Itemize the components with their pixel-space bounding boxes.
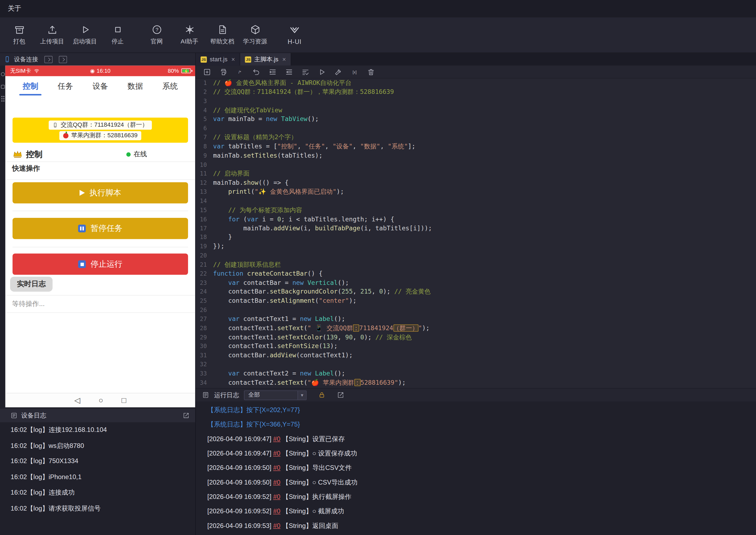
code-line[interactable]: 12mainTab.show(() => { bbox=[196, 179, 756, 187]
bracket-x-icon[interactable]: [x] bbox=[350, 68, 359, 76]
code-line[interactable]: 13 printl("✨ 金黄色风格界面已启动"); bbox=[196, 187, 756, 196]
code-editor[interactable]: 1// 🍎 金黄色风格主界面 - AIWROK自动化平台2// 交流QQ群：71… bbox=[196, 79, 756, 388]
code-line[interactable]: 23 var contactBar = new Vertical(); bbox=[196, 278, 756, 287]
phone-tab-设备[interactable]: 设备 bbox=[93, 76, 108, 97]
code-line[interactable]: 21// 创建顶部联系信息栏 bbox=[196, 260, 756, 269]
divider bbox=[5, 161, 195, 162]
phone-mirror[interactable]: 无SIM卡 ◉ 16:10 80% 控制任务设备数据系统 bbox=[5, 66, 195, 393]
toolbar-stop-button[interactable]: 停止 bbox=[101, 17, 134, 53]
code-line[interactable]: 18 } bbox=[196, 233, 756, 242]
code-line[interactable]: 25 contactBar.setAlignment("center"); bbox=[196, 296, 756, 305]
line-number: 1 bbox=[196, 79, 213, 88]
strip-panel-icon[interactable] bbox=[1, 85, 5, 89]
code-line[interactable]: 31 contactBar.addView(contactText1); bbox=[196, 351, 756, 360]
code-line[interactable]: 20 bbox=[196, 251, 756, 260]
run-icon[interactable] bbox=[318, 68, 326, 76]
code-line[interactable]: 33 var contactText2 = new Label(); bbox=[196, 369, 756, 378]
code-line[interactable]: 1// 🍎 金黄色风格主界面 - AIWROK自动化平台 bbox=[196, 79, 756, 88]
scale-arrow-icon bbox=[61, 58, 65, 61]
home-circle-icon[interactable]: ○ bbox=[98, 396, 103, 404]
phone-pause-task-button[interactable]: 暂停任务 bbox=[13, 218, 188, 239]
toolbar-label: 停止 bbox=[112, 38, 124, 46]
code-line[interactable]: 10 bbox=[196, 160, 756, 169]
phone-tab-数据[interactable]: 数据 bbox=[127, 76, 143, 97]
menu-about[interactable]: 关于 bbox=[8, 4, 21, 13]
toolbar-ai-button[interactable]: AI助手 bbox=[173, 17, 206, 53]
line-number: 25 bbox=[196, 296, 213, 305]
expand-icon[interactable] bbox=[182, 412, 189, 419]
code-line-text: function createContactBar() { bbox=[213, 269, 756, 278]
line-number: 6 bbox=[196, 124, 213, 133]
code-line[interactable]: 32 bbox=[196, 360, 756, 369]
code-line[interactable]: 7// 设置标题（精简为2个字） bbox=[196, 133, 756, 142]
print-icon[interactable] bbox=[219, 68, 227, 76]
code-line-text: // 设置标题（精简为2个字） bbox=[213, 133, 756, 142]
apple-icon bbox=[63, 133, 69, 138]
undo-icon[interactable] bbox=[252, 68, 260, 76]
expand-icon[interactable] bbox=[337, 391, 344, 399]
mirror-scale-button-2[interactable] bbox=[59, 56, 67, 63]
toolbar-resources-button[interactable]: 学习资源 bbox=[239, 17, 272, 53]
outdent-icon[interactable] bbox=[285, 68, 293, 76]
code-line[interactable]: 19}); bbox=[196, 242, 756, 251]
phone-stop-running-button[interactable]: 停止运行 bbox=[13, 254, 188, 275]
run-log-entry: 【系统日志】按下{X=366,Y=75} bbox=[207, 417, 756, 432]
recent-square-icon[interactable]: □ bbox=[122, 396, 126, 404]
back-triangle-icon[interactable]: ◁ bbox=[74, 396, 80, 404]
strip-refresh-icon[interactable] bbox=[1, 72, 5, 76]
code-line[interactable]: 17 mainTab.addView(i, buildTabPage(i, ta… bbox=[196, 224, 756, 233]
trash-icon[interactable] bbox=[367, 68, 375, 76]
code-line[interactable]: 16 for (var i = 0; i < tabTitles.length;… bbox=[196, 215, 756, 224]
phone-tab-控制[interactable]: 控制 bbox=[23, 76, 38, 97]
charging-bolt-icon bbox=[184, 68, 189, 74]
log-filter-select[interactable]: 全部 ▼ bbox=[244, 390, 307, 400]
toolbar-upload-button[interactable]: 上传项目 bbox=[36, 17, 69, 53]
phone-tab-系统[interactable]: 系统 bbox=[162, 76, 178, 97]
code-line[interactable]: 11// 启动界面 bbox=[196, 169, 756, 178]
code-line-text: // 🍎 金黄色风格主界面 - AIWROK自动化平台 bbox=[213, 79, 756, 88]
code-line[interactable]: 3 bbox=[196, 97, 756, 106]
live-log-title[interactable]: 实时日志 bbox=[10, 277, 52, 292]
code-line[interactable]: 8var tabTitles = ["控制", "任务", "设备", "数据"… bbox=[196, 142, 756, 151]
code-line-text bbox=[213, 160, 756, 169]
code-line[interactable]: 14 bbox=[196, 197, 756, 206]
indent-icon[interactable] bbox=[269, 68, 277, 76]
device-panel: 设备连接 无SIM卡 ◉ 16:10 80% bbox=[0, 53, 195, 535]
code-line[interactable]: 22function createContactBar() { bbox=[196, 269, 756, 278]
contact-banner: 交流QQ群：711841924（群一） 苹果内测群：528816639 bbox=[13, 118, 188, 143]
phone-tab-任务[interactable]: 任务 bbox=[58, 76, 73, 97]
phone-run-script-button[interactable]: 执行脚本 bbox=[13, 182, 188, 204]
toolbar-play-button[interactable]: 启动项目 bbox=[69, 17, 101, 53]
strip-grid-icon[interactable] bbox=[1, 96, 5, 102]
code-line[interactable]: 6 bbox=[196, 124, 756, 133]
block-comment-icon[interactable]: /* bbox=[236, 68, 244, 76]
toolbar-package-button[interactable]: 打包 bbox=[3, 17, 36, 53]
code-line[interactable]: 2// 交流QQ群：711841924（群一），苹果内测群：528816639 bbox=[196, 88, 756, 97]
add-icon[interactable] bbox=[203, 68, 211, 76]
mirror-scale-button-1[interactable] bbox=[44, 56, 52, 63]
code-line[interactable]: 5var mainTab = new TabView(); bbox=[196, 115, 756, 124]
build-icon[interactable] bbox=[334, 68, 342, 76]
close-tab-icon[interactable]: × bbox=[232, 56, 235, 63]
format-check-icon[interactable] bbox=[301, 68, 309, 76]
code-line[interactable]: 34 contactText2.setText("🍎 苹果内测群：5288166… bbox=[196, 379, 756, 387]
run-log-entry: [2026-04-09 16:09:53] #0 【String】返回桌面 bbox=[207, 519, 756, 533]
phone-nav-bar: ◁ ○ □ bbox=[5, 393, 195, 407]
code-line[interactable]: 27 var contactText1 = new Label(); bbox=[196, 315, 756, 324]
code-line[interactable]: 26 bbox=[196, 306, 756, 315]
editor-tab-start.js[interactable]: JSstart.js× bbox=[196, 53, 240, 65]
editor-tab-主脚本.js[interactable]: JS主脚本.js× bbox=[240, 53, 292, 65]
code-line[interactable]: 28 contactText1.setText(" 📱 交流QQ群：711841… bbox=[196, 324, 756, 333]
toolbar-website-button[interactable]: ?官网 bbox=[140, 17, 173, 53]
code-line[interactable]: 15 // 为每个标签页添加内容 bbox=[196, 206, 756, 214]
code-line[interactable]: 9mainTab.setTitles(tabTitles); bbox=[196, 151, 756, 160]
toolbar-docs-button[interactable]: 帮助文档 bbox=[206, 17, 239, 53]
code-line[interactable]: 29 contactText1.setTextColor(139, 90, 0)… bbox=[196, 333, 756, 342]
code-line[interactable]: 30 contactText1.setFontSize(13); bbox=[196, 342, 756, 351]
code-line[interactable]: 4// 创建现代化TabView bbox=[196, 106, 756, 115]
code-line[interactable]: 24 contactBar.setBackgroundColor(255, 21… bbox=[196, 288, 756, 296]
close-tab-icon[interactable]: × bbox=[282, 56, 286, 63]
lock-icon[interactable] bbox=[318, 391, 326, 399]
chevron-down-icon: ▼ bbox=[297, 391, 306, 399]
line-number: 28 bbox=[196, 324, 213, 333]
